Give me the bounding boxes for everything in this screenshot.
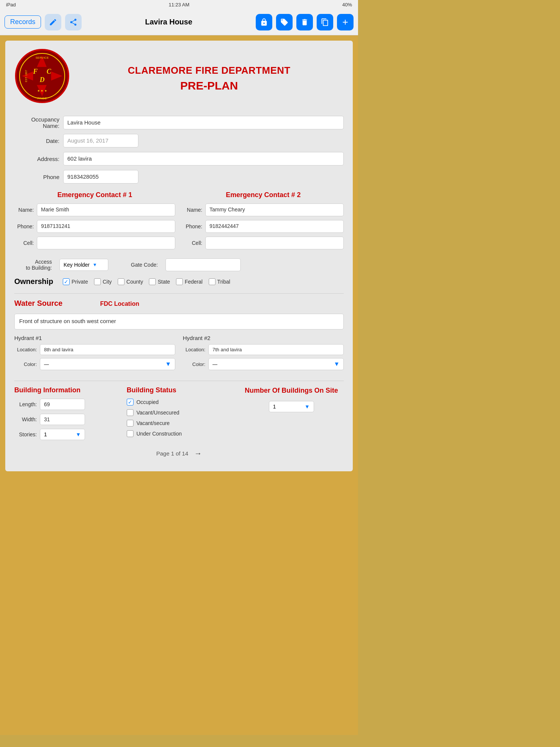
num-buildings-value: 1 <box>273 404 276 410</box>
next-arrow-icon[interactable]: → <box>194 449 202 458</box>
plus-icon <box>341 18 349 26</box>
emergency-col-2: Emergency Contact # 2 Name: Tammy Cheary… <box>183 191 344 253</box>
hydrant-1-color-row: Color: — ▼ <box>14 358 175 370</box>
contact1-name-row: Name: Marie Smith <box>14 203 175 216</box>
gate-input[interactable] <box>165 258 241 271</box>
share-icon <box>69 18 77 26</box>
width-label: Width: <box>14 416 37 422</box>
page-footer: Page 1 of 14 → <box>14 444 344 460</box>
hydrant-2-color-value: — <box>212 361 217 367</box>
phone-label: Phone <box>14 174 63 180</box>
status-vacant-secure[interactable]: Vacant/secure <box>127 420 232 427</box>
ownership-state[interactable]: State <box>149 278 170 285</box>
occupancy-input[interactable]: Lavira House <box>63 116 344 129</box>
contact1-name-label: Name: <box>14 207 37 213</box>
hydrant-1-location-row: Location: <box>14 344 175 355</box>
building-info-col: Building Information Length: Width: Stor… <box>14 386 119 444</box>
contact1-name-input[interactable]: Marie Smith <box>37 203 175 216</box>
trash-icon <box>300 18 309 26</box>
num-buildings-dropdown[interactable]: 1 ▼ <box>269 401 314 412</box>
hydrant-2-title: Hydrant #2 <box>183 335 344 341</box>
vacant-unsecured-label: Vacant/Unsecured <box>137 410 179 416</box>
vacant-unsecured-checkbox[interactable] <box>127 409 134 416</box>
copy-icon <box>321 18 329 26</box>
city-checkbox[interactable] <box>94 278 101 285</box>
svg-text:D: D <box>39 76 45 84</box>
stories-dropdown[interactable]: 1 ▼ <box>40 429 85 440</box>
number-buildings-col: Number Of Buildings On Site 1 ▼ <box>239 386 344 444</box>
water-source-title: Water Source <box>14 299 62 308</box>
date-label: Date: <box>14 138 63 144</box>
contact2-cell-input[interactable] <box>205 237 344 249</box>
water-source-header: Water Source FDC Location <box>14 299 344 311</box>
tribal-checkbox[interactable] <box>209 278 216 285</box>
contact1-phone-label: Phone: <box>14 223 37 229</box>
date-input[interactable]: August 16, 2017 <box>63 134 138 147</box>
contact1-cell-input[interactable] <box>37 237 175 249</box>
under-construction-checkbox[interactable] <box>127 430 134 437</box>
contact2-name-input[interactable]: Tammy Cheary <box>205 203 344 216</box>
ownership-row: Ownership ✓ Private City County State <box>14 277 344 286</box>
access-value: Key Holder <box>64 262 90 268</box>
add-button[interactable] <box>337 14 354 30</box>
lock-button[interactable] <box>256 14 272 30</box>
tag-icon <box>280 18 288 26</box>
contact2-phone-input[interactable]: 9182442447 <box>205 220 344 233</box>
status-under-construction[interactable]: Under Construction <box>127 430 232 437</box>
contact1-cell-row: Cell: <box>14 237 175 249</box>
hydrant-2-color-dropdown[interactable]: — ▼ <box>208 358 344 370</box>
width-input[interactable] <box>40 414 85 425</box>
main-content: F C D SERVICE PRIDE EST. 1907 ★ ★ ★ CLAR… <box>0 35 358 735</box>
lock-icon <box>260 18 268 26</box>
delete-button[interactable] <box>296 14 313 30</box>
logo-area: F C D SERVICE PRIDE EST. 1907 ★ ★ ★ <box>14 48 74 108</box>
status-occupied[interactable]: ✓ Occupied <box>127 399 232 405</box>
occupied-checkbox[interactable]: ✓ <box>127 399 134 405</box>
status-vacant-unsecured[interactable]: Vacant/Unsecured <box>127 409 232 416</box>
ownership-county[interactable]: County <box>118 278 143 285</box>
ownership-federal[interactable]: Federal <box>176 278 202 285</box>
ownership-private[interactable]: ✓ Private <box>63 278 88 285</box>
status-center: 11:23 AM <box>169 2 190 8</box>
emergency-col-1: Emergency Contact # 1 Name: Marie Smith … <box>14 191 175 253</box>
contact2-phone-row: Phone: 9182442447 <box>183 220 344 233</box>
fdc-label: FDC Location <box>100 301 139 307</box>
svg-text:PRIDE: PRIDE <box>38 97 47 100</box>
ownership-tribal[interactable]: Tribal <box>209 278 231 285</box>
contact1-phone-input[interactable]: 9187131241 <box>37 220 175 233</box>
width-row: Width: <box>14 414 119 425</box>
hydrant-2-location-input[interactable] <box>208 344 344 355</box>
federal-label: Federal <box>185 279 202 285</box>
fdc-input[interactable]: Front of structure on south west corner <box>14 314 344 329</box>
vacant-secure-checkbox[interactable] <box>127 420 134 427</box>
records-button[interactable]: Records <box>5 15 41 29</box>
copy-button[interactable] <box>317 14 333 30</box>
status-left: iPad <box>6 2 16 8</box>
contact2-cell-row: Cell: <box>183 237 344 249</box>
county-checkbox[interactable] <box>118 278 124 285</box>
state-checkbox[interactable] <box>149 278 156 285</box>
access-dropdown[interactable]: Key Holder ▼ <box>59 259 108 271</box>
phone-input[interactable]: 9183428055 <box>63 170 138 184</box>
hydrant-2-location-row: Location: <box>183 344 344 355</box>
fire-dept-logo: F C D SERVICE PRIDE EST. 1907 ★ ★ ★ <box>14 48 70 104</box>
federal-checkbox[interactable] <box>176 278 183 285</box>
length-input[interactable] <box>40 399 85 410</box>
check-icon: ✓ <box>64 279 68 285</box>
tag-button[interactable] <box>276 14 293 30</box>
edit-button[interactable] <box>45 14 61 30</box>
pre-plan-label: PRE-PLAN <box>74 79 344 92</box>
address-input[interactable]: 602 lavira <box>63 152 344 165</box>
contact1-phone-row: Phone: 9187131241 <box>14 220 175 233</box>
access-chevron-icon: ▼ <box>93 262 97 267</box>
private-checkbox[interactable]: ✓ <box>63 278 70 285</box>
share-button[interactable] <box>65 14 82 30</box>
hydrant-2-col: Hydrant #2 Location: Color: — ▼ <box>183 335 344 373</box>
hydrant-1-color-dropdown[interactable]: — ▼ <box>40 358 175 370</box>
ownership-title: Ownership <box>14 277 53 286</box>
stories-label: Stories: <box>14 431 37 437</box>
hydrant-1-location-input[interactable] <box>40 344 175 355</box>
ownership-city[interactable]: City <box>94 278 112 285</box>
date-row: Date: August 16, 2017 <box>14 134 344 147</box>
svg-text:★ ★ ★: ★ ★ ★ <box>37 89 47 93</box>
